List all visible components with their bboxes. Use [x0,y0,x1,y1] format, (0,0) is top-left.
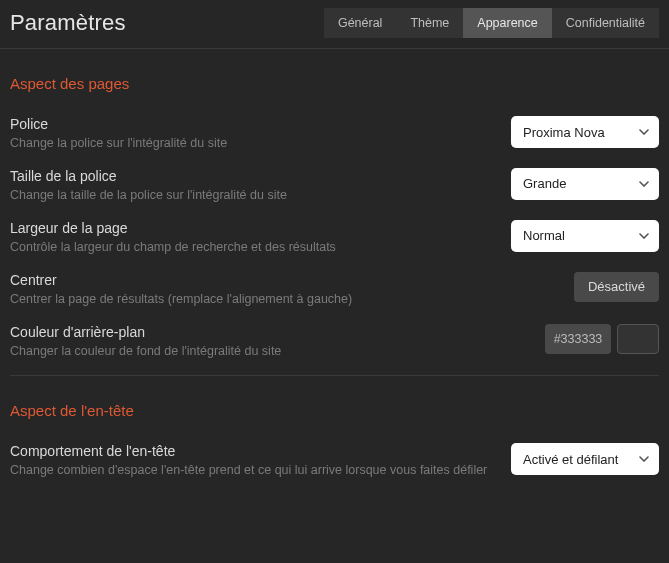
select-font[interactable]: Proxima Nova [511,116,659,148]
desc-center: Centrer la page de résultats (remplace l… [10,291,554,308]
row-text: Taille de la police Change la taille de … [10,168,491,204]
label-page-width: Largeur de la page [10,220,491,236]
label-bg-color: Couleur d'arrière-plan [10,324,525,340]
tab-appearance[interactable]: Apparence [463,8,551,38]
row-text: Largeur de la page Contrôle la largeur d… [10,220,491,256]
desc-font-size: Change la taille de la police sur l'inté… [10,187,491,204]
row-center: Centrer Centrer la page de résultats (re… [10,272,659,308]
tab-theme[interactable]: Thème [396,8,463,38]
label-font-size: Taille de la police [10,168,491,184]
select-header-behavior-value: Activé et défilant [523,452,618,467]
page-title: Paramètres [10,10,126,36]
row-page-width: Largeur de la page Contrôle la largeur d… [10,220,659,256]
toggle-center[interactable]: Désactivé [574,272,659,302]
label-font: Police [10,116,491,132]
chevron-down-icon [639,233,649,239]
row-text: Centrer Centrer la page de résultats (re… [10,272,554,308]
label-center: Centrer [10,272,554,288]
row-text: Couleur d'arrière-plan Changer la couleu… [10,324,525,360]
select-page-width-value: Normal [523,228,565,243]
select-font-size-value: Grande [523,176,566,191]
chevron-down-icon [639,129,649,135]
row-font: Police Change la police sur l'intégralit… [10,116,659,152]
row-header-behavior: Comportement de l'en-tête Change combien… [10,443,659,479]
select-font-size[interactable]: Grande [511,168,659,200]
color-group: #333333 [545,324,659,354]
row-bg-color: Couleur d'arrière-plan Changer la couleu… [10,324,659,360]
bg-color-swatch[interactable] [617,324,659,354]
divider [10,375,659,376]
row-text: Police Change la police sur l'intégralit… [10,116,491,152]
desc-font: Change la police sur l'intégralité du si… [10,135,491,152]
settings-content: Aspect des pages Police Change la police… [0,49,669,479]
row-font-size: Taille de la police Change la taille de … [10,168,659,204]
tabs: Général Thème Apparence Confidentialité [324,8,659,38]
select-header-behavior[interactable]: Activé et défilant [511,443,659,475]
section-title-header: Aspect de l'en-tête [10,402,659,419]
chevron-down-icon [639,181,649,187]
chevron-down-icon [639,456,649,462]
settings-header: Paramètres Général Thème Apparence Confi… [0,0,669,49]
tab-privacy[interactable]: Confidentialité [552,8,659,38]
label-header-behavior: Comportement de l'en-tête [10,443,491,459]
toggle-center-value: Désactivé [588,279,645,294]
select-font-value: Proxima Nova [523,125,605,140]
desc-bg-color: Changer la couleur de fond de l'intégral… [10,343,525,360]
row-text: Comportement de l'en-tête Change combien… [10,443,491,479]
tab-general[interactable]: Général [324,8,396,38]
select-page-width[interactable]: Normal [511,220,659,252]
bg-color-hex[interactable]: #333333 [545,324,611,354]
section-title-page: Aspect des pages [10,75,659,92]
desc-header-behavior: Change combien d'espace l'en-tête prend … [10,462,491,479]
desc-page-width: Contrôle la largeur du champ de recherch… [10,239,491,256]
